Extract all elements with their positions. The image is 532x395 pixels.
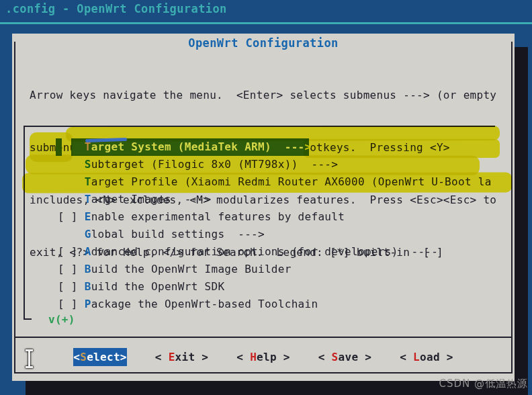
menu-item-global-build-settings[interactable]: Global build settings ---> (58, 226, 508, 243)
menu-item-build-image-builder[interactable]: [ ] Build the OpenWrt Image Builder (58, 261, 508, 278)
watermark: CSDN @低温热源 (439, 378, 528, 390)
dialog-border-left (14, 42, 15, 374)
dialog-border-bottom (14, 372, 513, 374)
config-dialog: OpenWrt Configuration Arrow keys navigat… (12, 34, 515, 381)
save-button[interactable]: < Save > (318, 348, 371, 366)
menu-item-target-images[interactable]: Target Images ---> (58, 191, 508, 208)
titlebar-rule (0, 22, 532, 24)
menu-box-corner (24, 318, 32, 320)
terminal-screen: .config - OpenWrt Configuration OpenWrt … (0, 0, 532, 395)
load-button[interactable]: < Load > (400, 348, 453, 366)
select-button[interactable]: <Select> (73, 348, 126, 366)
dialog-title: OpenWrt Configuration (12, 36, 515, 50)
help-button[interactable]: < Help > (236, 348, 290, 366)
highlighter-stroke (22, 172, 512, 193)
menu-item-enable-experimental[interactable]: [ ] Enable experimental features by defa… (58, 208, 508, 226)
menu-item-advanced-configuration[interactable]: [ ] Advanced configuration options (for … (58, 243, 508, 261)
text-cursor-icon (24, 349, 34, 368)
menu-item-package-toolchain[interactable]: [ ] Package the OpenWrt-based Toolchain (58, 296, 508, 313)
button-separator (14, 337, 513, 338)
button-row: <Select>< Exit >< Help >< Save >< Load > (12, 348, 515, 366)
menu-item-build-sdk[interactable]: [ ] Build the OpenWrt SDK (58, 278, 508, 296)
scroll-more-indicator: v(+) (48, 313, 75, 326)
exit-button[interactable]: < Exit > (155, 348, 208, 366)
instruction-line: Arrow keys navigate the menu. <Enter> se… (30, 87, 496, 104)
terminal-title: .config - OpenWrt Configuration (5, 2, 227, 15)
menu-box-border-left (24, 126, 25, 320)
